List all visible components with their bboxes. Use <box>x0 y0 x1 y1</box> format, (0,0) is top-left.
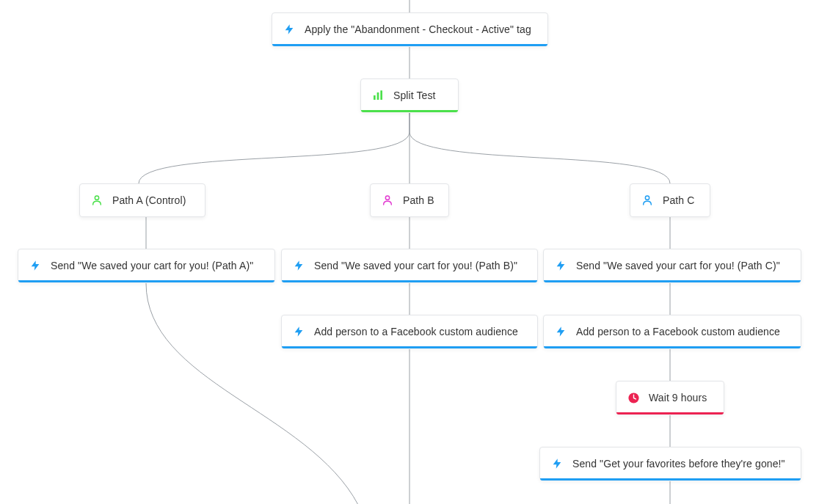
fb-audience-b-node[interactable]: Add person to a Facebook custom audience <box>281 315 538 348</box>
accent-bar <box>282 346 537 348</box>
person-icon <box>381 194 394 207</box>
bolt-icon <box>550 457 564 470</box>
path-c-label: Path C <box>663 194 694 206</box>
accent-bar <box>18 280 274 282</box>
send-b-label: Send "We saved your cart for you! (Path … <box>314 260 517 271</box>
fb-audience-b-label: Add person to a Facebook custom audience <box>314 326 518 337</box>
split-test-node[interactable]: Split Test <box>360 78 459 112</box>
fb-audience-c-node[interactable]: Add person to a Facebook custom audience <box>543 315 801 348</box>
accent-bar <box>544 280 801 282</box>
fb-audience-c-label: Add person to a Facebook custom audience <box>576 326 780 337</box>
person-icon <box>90 194 103 207</box>
accent-bar <box>540 478 801 481</box>
accent-bar <box>616 412 724 414</box>
send-a-node[interactable]: Send "We saved your cart for you! (Path … <box>18 249 275 282</box>
send-favorites-node[interactable]: Send "Get your favorites before they're … <box>539 447 801 481</box>
path-a-label: Path A (Control) <box>112 194 186 206</box>
send-a-label: Send "We saved your cart for you! (Path … <box>51 260 253 271</box>
send-c-label: Send "We saved your cart for you! (Path … <box>576 260 780 271</box>
bolt-icon <box>292 259 305 272</box>
path-b-label: Path B <box>403 194 434 206</box>
accent-bar <box>282 280 537 282</box>
wait-9-hours-label: Wait 9 hours <box>649 392 707 403</box>
apply-tag-node[interactable]: Apply the "Abandonment - Checkout - Acti… <box>272 12 548 46</box>
accent-bar <box>544 346 801 348</box>
split-test-label: Split Test <box>393 90 436 101</box>
apply-tag-label: Apply the "Abandonment - Checkout - Acti… <box>305 23 531 35</box>
path-b-node[interactable]: Path B <box>370 183 449 217</box>
path-a-node[interactable]: Path A (Control) <box>79 183 205 217</box>
clock-icon <box>627 391 640 404</box>
bolt-icon <box>554 325 567 338</box>
bolt-icon <box>29 259 42 272</box>
bolt-icon <box>283 23 296 36</box>
bar-chart-icon <box>371 89 385 102</box>
accent-bar <box>361 110 458 112</box>
bolt-icon <box>554 259 567 272</box>
bolt-icon <box>292 325 305 338</box>
send-b-node[interactable]: Send "We saved your cart for you! (Path … <box>281 249 538 282</box>
wait-9-hours-node[interactable]: Wait 9 hours <box>616 381 724 414</box>
send-favorites-label: Send "Get your favorites before they're … <box>572 458 785 470</box>
send-c-node[interactable]: Send "We saved your cart for you! (Path … <box>543 249 801 282</box>
path-c-node[interactable]: Path C <box>630 183 710 217</box>
person-icon <box>641 194 654 207</box>
accent-bar <box>272 44 547 46</box>
